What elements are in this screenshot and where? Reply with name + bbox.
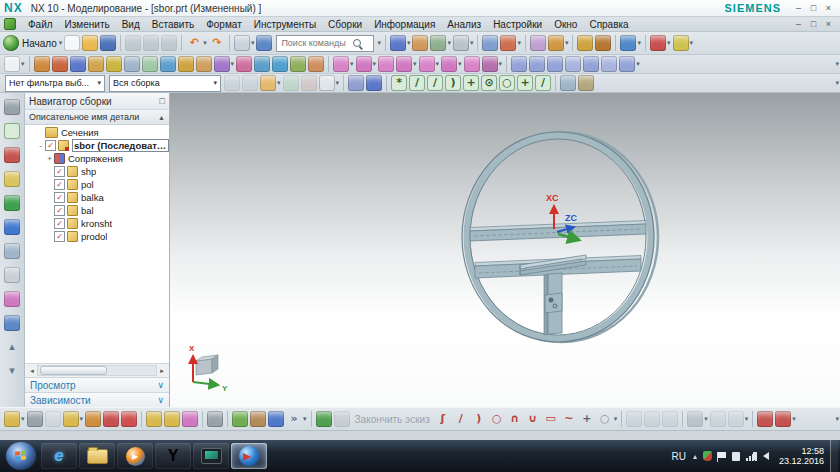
replace-face-icon[interactable]: [396, 56, 412, 72]
wcs-orient-icon[interactable]: [548, 35, 564, 51]
undo-icon[interactable]: ↶: [186, 35, 202, 51]
start-menu-arrow[interactable]: ▾: [59, 39, 63, 47]
action-center-icon[interactable]: [718, 452, 726, 458]
scrollbar-thumb[interactable]: [40, 366, 107, 375]
part-navigator-icon[interactable]: [4, 171, 20, 187]
offset-region-icon[interactable]: [378, 56, 394, 72]
four-point-surface-icon[interactable]: [511, 56, 527, 72]
clipboard-tool-icon[interactable]: [578, 75, 594, 91]
fill-surface-arrow[interactable]: ▾: [636, 60, 640, 68]
roles-icon[interactable]: [4, 291, 20, 307]
edit-cross-section-arrow[interactable]: ▾: [499, 60, 503, 68]
horizontal-scrollbar[interactable]: ◂ ▸: [25, 363, 169, 377]
view-orient-arrow[interactable]: ▾: [407, 39, 411, 47]
new-file-icon[interactable]: [64, 35, 80, 51]
search-arrow[interactable]: ▾: [377, 39, 381, 47]
line-icon[interactable]: /: [453, 411, 469, 427]
visibility-checkbox[interactable]: ✓: [45, 140, 56, 151]
tree-item[interactable]: ✓shp: [25, 165, 169, 178]
ruled-surface-icon[interactable]: [565, 56, 581, 72]
visibility-checkbox[interactable]: ✓: [54, 166, 65, 177]
window-icon[interactable]: [234, 35, 250, 51]
edit-section-arrow[interactable]: ▾: [517, 39, 521, 47]
preview-section[interactable]: Просмотр ∨: [25, 377, 169, 392]
expand-toggle[interactable]: +: [45, 154, 54, 163]
taskbar-clock[interactable]: 12:58 23.12.2016: [779, 446, 824, 466]
highlight-select-icon[interactable]: [260, 75, 276, 91]
sphere-icon[interactable]: [124, 56, 140, 72]
block-icon[interactable]: [70, 56, 86, 72]
mirror-assembly-icon[interactable]: [103, 411, 119, 427]
sequence-tool-arrow[interactable]: ▾: [637, 39, 641, 47]
command-search-input[interactable]: [279, 37, 353, 49]
graphics-viewport[interactable]: XC ZC X Y: [170, 93, 840, 407]
menu-item-1[interactable]: Изменить: [59, 19, 116, 30]
tree-item[interactable]: ✓pol: [25, 178, 169, 191]
assembly-constraints-icon[interactable]: [121, 411, 137, 427]
assembly-constraints-tool-arrow[interactable]: ▾: [667, 39, 671, 47]
create-sketch-icon[interactable]: [316, 411, 332, 427]
language-indicator[interactable]: RU: [671, 451, 685, 462]
snap-arc-center-icon[interactable]: ⊙: [481, 75, 497, 91]
snap-on-curve-icon[interactable]: ): [445, 75, 461, 91]
wave-geometry-linker-icon[interactable]: [146, 411, 162, 427]
chamfer-icon[interactable]: [290, 56, 306, 72]
fill-surface-icon[interactable]: [619, 56, 635, 72]
view-background-arrow[interactable]: ▾: [470, 39, 474, 47]
restore-button[interactable]: □: [806, 3, 821, 13]
sequence-icon[interactable]: [182, 411, 198, 427]
menu-item-9[interactable]: Настройки: [487, 19, 548, 30]
redo-icon[interactable]: ↷: [209, 35, 225, 51]
window-arrow[interactable]: ▾: [251, 39, 255, 47]
display-sketch-constraints-icon[interactable]: [757, 411, 773, 427]
scroll-right-arrow[interactable]: ▸: [157, 367, 167, 375]
assembly-navigator-icon[interactable]: [4, 123, 20, 139]
start-menu-label[interactable]: Начало: [22, 38, 57, 49]
marquee-select-icon[interactable]: [319, 75, 335, 91]
overflow-icon[interactable]: »: [286, 411, 302, 427]
menu-item-5[interactable]: Инструменты: [248, 19, 322, 30]
auto-constrain-arrow[interactable]: ▾: [792, 415, 796, 423]
expand-toggle[interactable]: -: [36, 141, 45, 150]
visibility-checkbox[interactable]: ✓: [54, 179, 65, 190]
column-header[interactable]: Описательное имя детали ▲: [25, 110, 169, 125]
replace-face-arrow[interactable]: ▾: [413, 60, 417, 68]
rapid-dimension-arrow[interactable]: ▾: [704, 415, 708, 423]
start-menu-icon[interactable]: [3, 35, 19, 51]
resize-face-arrow[interactable]: ▾: [436, 60, 440, 68]
menu-item-11[interactable]: Справка: [583, 19, 634, 30]
visibility-checkbox[interactable]: ✓: [54, 231, 65, 242]
menu-item-4[interactable]: Формат: [200, 19, 248, 30]
snap-intersection-icon[interactable]: +: [463, 75, 479, 91]
menu-item-7[interactable]: Информация: [368, 19, 441, 30]
taskbar-media-player[interactable]: ▶: [117, 443, 153, 469]
circle-icon[interactable]: ○: [489, 411, 505, 427]
view-orient-icon[interactable]: [390, 35, 406, 51]
unite-icon[interactable]: [142, 56, 158, 72]
taskbar-yandex-browser[interactable]: Y: [155, 443, 191, 469]
show-dof-icon[interactable]: [268, 411, 284, 427]
web-browser-icon[interactable]: [4, 219, 20, 235]
pull-face-icon[interactable]: [356, 56, 372, 72]
doc-minimize-button[interactable]: –: [791, 19, 806, 29]
delete-face-icon[interactable]: [441, 56, 457, 72]
tree-item[interactable]: -✓sbor (Последовательность: ...: [25, 139, 169, 152]
menu-item-8[interactable]: Анализ: [441, 19, 487, 30]
fillet-icon[interactable]: ∪: [525, 411, 541, 427]
point-icon[interactable]: +: [579, 411, 595, 427]
taskbar-explorer[interactable]: [79, 443, 115, 469]
volume-icon[interactable]: [763, 452, 769, 460]
move-face-arrow[interactable]: ▾: [350, 60, 354, 68]
overflow-arrow[interactable]: ▾: [303, 415, 307, 423]
render-style-arrow[interactable]: ▾: [447, 39, 451, 47]
tree-item[interactable]: ✓kronsht: [25, 217, 169, 230]
navigator-gear-icon[interactable]: [4, 99, 20, 115]
render-style-icon[interactable]: [430, 35, 446, 51]
visibility-checkbox[interactable]: ✓: [54, 192, 65, 203]
quick-pick-icon[interactable]: [560, 75, 576, 91]
dependencies-section[interactable]: Зависимости ∨: [25, 392, 169, 407]
menu-item-0[interactable]: Файл: [22, 19, 59, 30]
wcs-orient-arrow[interactable]: ▾: [565, 39, 569, 47]
scroll-up-icon[interactable]: ▴: [4, 339, 20, 355]
save-file-icon[interactable]: [100, 35, 116, 51]
